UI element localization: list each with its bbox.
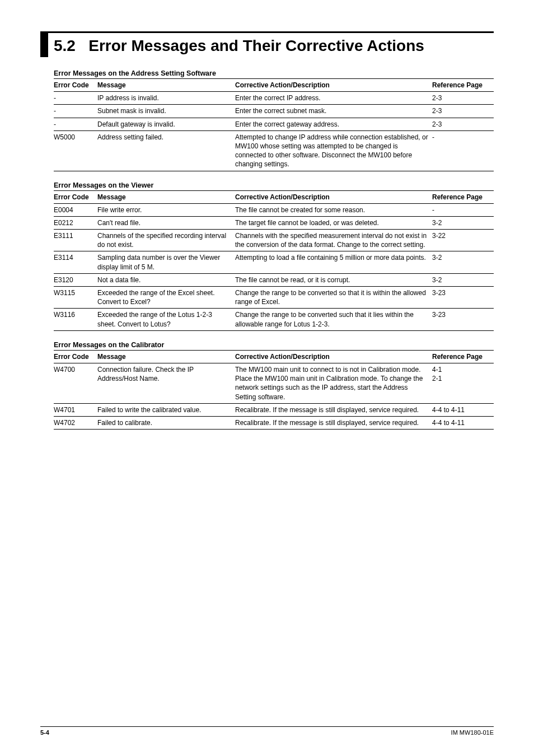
section-title-text: Error Messages and Their Corrective Acti… (88, 37, 424, 54)
table-row: W4700Connection failure. Check the IP Ad… (54, 363, 494, 403)
table-cell-ref: 4-12-1 (432, 363, 494, 403)
table-header-cell: Error Code (54, 350, 97, 363)
table-cell-msg: IP address is invalid. (97, 92, 235, 105)
page: 5.2 Error Messages and Their Corrective … (0, 0, 534, 756)
table-cell-msg: Exceeded the range of the Lotus 1-2-3 sh… (97, 309, 235, 330)
table-header-cell: Message (97, 190, 235, 203)
table-cell-msg: Failed to calibrate. (97, 416, 235, 429)
table-row: -IP address is invalid.Enter the correct… (54, 92, 494, 105)
table-cell-ref: 3-22 (432, 230, 494, 251)
section-number: 5.2 (54, 37, 76, 54)
table-cell-code: - (54, 92, 97, 105)
error-table-viewer: Error CodeMessageCorrective Action/Descr… (54, 190, 494, 331)
table-row: W3116Exceeded the range of the Lotus 1-2… (54, 309, 494, 330)
table-cell-corr: Attempting to load a file containing 5 m… (235, 251, 432, 273)
table-cell-code: W4702 (54, 416, 97, 429)
table-cell-msg: Channels of the specified recording inte… (97, 230, 235, 251)
page-footer: 5-4 IM MW180-01E (40, 726, 494, 736)
table-cell-code: E3114 (54, 251, 97, 273)
table-header-cell: Corrective Action/Description (235, 350, 432, 363)
table-row: E0004File write error.The file cannot be… (54, 203, 494, 216)
table-row: W5000Address setting failed.Attempted to… (54, 130, 494, 171)
table-cell-corr: Attempted to change IP address while con… (235, 130, 432, 171)
table-header-cell: Reference Page (432, 190, 494, 203)
table-cell-code: W3115 (54, 287, 97, 309)
section-marker (40, 32, 48, 57)
table-cell-msg: Sampling data number is over the Viewer … (97, 251, 235, 273)
table-row: E3114Sampling data number is over the Vi… (54, 251, 494, 273)
table-heading-calibrator: Error Messages on the Calibrator (54, 341, 494, 349)
table-cell-corr: Enter the correct gateway address. (235, 118, 432, 130)
table-cell-ref: 3-2 (432, 273, 494, 286)
table-row: -Subnet mask is invalid.Enter the correc… (54, 105, 494, 118)
table-cell-code: E0212 (54, 216, 97, 229)
table-cell-code: W4700 (54, 363, 97, 403)
table-cell-ref: 4-4 to 4-11 (432, 403, 494, 416)
table-heading-address-setting: Error Messages on the Address Setting So… (54, 69, 494, 77)
table-cell-code: - (54, 105, 97, 118)
table-cell-code: W5000 (54, 130, 97, 171)
table-cell-ref: 2-3 (432, 105, 494, 118)
table-cell-ref: 2-3 (432, 92, 494, 105)
table-cell-corr: Recalibrate. If the message is still dis… (235, 416, 432, 429)
error-table-address-setting: Error CodeMessageCorrective Action/Descr… (54, 78, 494, 171)
section-heading: 5.2 Error Messages and Their Corrective … (54, 34, 494, 55)
table-cell-corr: Channels with the specified measurement … (235, 230, 432, 251)
table-header-cell: Message (97, 79, 235, 92)
table-cell-ref: 3-2 (432, 216, 494, 229)
table-cell-msg: Exceeded the range of the Excel sheet. C… (97, 287, 235, 309)
table-cell-msg: Subnet mask is invalid. (97, 105, 235, 118)
top-rule (40, 31, 494, 33)
error-table-calibrator: Error CodeMessageCorrective Action/Descr… (54, 350, 494, 430)
footer-page-number: 5-4 (40, 729, 49, 736)
table-header-cell: Corrective Action/Description (235, 79, 432, 92)
table-cell-corr: The MW100 main unit to connect to is not… (235, 363, 432, 403)
table-row: E0212Can't read file.The target file can… (54, 216, 494, 229)
table-cell-corr: The file cannot be read, or it is corrup… (235, 273, 432, 286)
table-row: W4702Failed to calibrate.Recalibrate. If… (54, 416, 494, 429)
table-cell-code: W3116 (54, 309, 97, 330)
table-cell-ref: 3-2 (432, 251, 494, 273)
table-cell-code: E3111 (54, 230, 97, 251)
table-heading-viewer: Error Messages on the Viewer (54, 181, 494, 189)
table-header-cell: Corrective Action/Description (235, 190, 432, 203)
tables-container: Error Messages on the Address Setting So… (54, 69, 494, 430)
table-cell-msg: File write error. (97, 203, 235, 216)
table-cell-corr: Enter the correct IP address. (235, 92, 432, 105)
table-cell-msg: Connection failure. Check the IP Address… (97, 363, 235, 403)
table-cell-msg: Not a data file. (97, 273, 235, 286)
table-row: -Default gateway is invalid.Enter the co… (54, 118, 494, 130)
table-cell-corr: Recalibrate. If the message is still dis… (235, 403, 432, 416)
table-row: W4701Failed to write the calibrated valu… (54, 403, 494, 416)
table-cell-corr: The target file cannot be loaded, or was… (235, 216, 432, 229)
table-cell-code: W4701 (54, 403, 97, 416)
table-row: E3111Channels of the specified recording… (54, 230, 494, 251)
table-header-cell: Message (97, 350, 235, 363)
table-cell-code: E3120 (54, 273, 97, 286)
table-cell-corr: Change the range to be converted such th… (235, 309, 432, 330)
table-cell-ref: - (432, 130, 494, 171)
table-cell-ref: 3-23 (432, 309, 494, 330)
table-cell-ref: 4-4 to 4-11 (432, 416, 494, 429)
table-cell-msg: Default gateway is invalid. (97, 118, 235, 130)
table-cell-ref: 3-23 (432, 287, 494, 309)
table-header-cell: Reference Page (432, 79, 494, 92)
table-cell-msg: Address setting failed. (97, 130, 235, 171)
table-header-cell: Error Code (54, 190, 97, 203)
table-cell-code: E0004 (54, 203, 97, 216)
table-cell-msg: Failed to write the calibrated value. (97, 403, 235, 416)
table-cell-msg: Can't read file. (97, 216, 235, 229)
table-cell-corr: The file cannot be created for some reas… (235, 203, 432, 216)
table-header-cell: Reference Page (432, 350, 494, 363)
table-cell-corr: Change the range to be converted so that… (235, 287, 432, 309)
table-cell-ref: - (432, 203, 494, 216)
table-cell-corr: Enter the correct subnet mask. (235, 105, 432, 118)
table-cell-ref: 2-3 (432, 118, 494, 130)
table-row: E3120Not a data file.The file cannot be … (54, 273, 494, 286)
table-row: W3115Exceeded the range of the Excel she… (54, 287, 494, 309)
table-header-cell: Error Code (54, 79, 97, 92)
table-cell-code: - (54, 118, 97, 130)
footer-doc-id: IM MW180-01E (451, 729, 494, 736)
